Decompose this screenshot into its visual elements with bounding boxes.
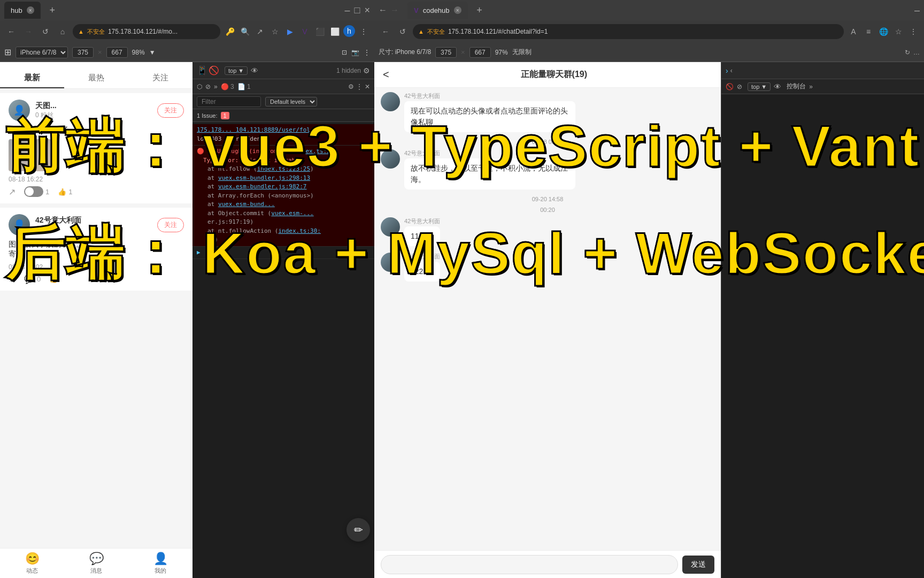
height-input[interactable] <box>106 47 128 58</box>
forward-btn[interactable]: → <box>21 25 35 39</box>
back-btn[interactable]: ← <box>4 25 18 39</box>
chat-input[interactable] <box>381 555 678 574</box>
right-devtools-back-arrow[interactable]: ‹ <box>730 67 733 74</box>
left-tab-close[interactable]: × <box>27 6 34 14</box>
right-reader-icon[interactable]: ≡ <box>862 25 875 38</box>
ext3-icon[interactable]: ⬛ <box>313 25 326 38</box>
right-minimize[interactable]: – <box>914 5 920 16</box>
right-translate-icon[interactable]: 🌐 <box>877 25 890 38</box>
gear-icon[interactable]: ⚙ <box>348 83 354 90</box>
chat-back-btn[interactable]: < <box>383 69 389 81</box>
right-controls-expand[interactable]: » <box>809 83 813 90</box>
tab-follow[interactable]: 关注 <box>128 69 192 88</box>
window-close[interactable]: × <box>364 5 370 16</box>
window-minimize[interactable]: – <box>345 5 350 16</box>
profile-icon[interactable]: h <box>343 25 355 37</box>
home-btn[interactable]: ⌂ <box>56 25 70 39</box>
zoom-icon[interactable]: 🔍 <box>238 25 251 38</box>
tab-hot[interactable]: 最热 <box>64 69 128 88</box>
address-bar[interactable]: ▲ 不安全 175.178.104.121/#/mo... <box>73 24 220 39</box>
window-maximize[interactable]: □ <box>355 5 360 16</box>
ext4-icon[interactable]: ⬜ <box>328 25 341 38</box>
devtools-header: 📱 🚫 top ▼ 👁 1 hidden ⚙ <box>192 62 374 79</box>
devtools-prohibit-icon[interactable]: 🚫 <box>209 65 219 75</box>
error-file-link[interactable]: index.ts:223 <box>295 148 337 155</box>
right-width-input[interactable] <box>435 47 457 58</box>
like-btn-1[interactable]: 👍 1 <box>58 188 72 196</box>
menu-icon[interactable]: ⋮ <box>357 25 370 38</box>
right-refresh[interactable]: ↺ <box>396 25 410 39</box>
close-devtools-icon[interactable]: ✕ <box>365 83 370 90</box>
devtools-options[interactable]: ⋮ <box>364 49 370 56</box>
follow-btn-2[interactable]: 关注 <box>157 218 184 232</box>
network-url[interactable]: 175.178... 104.121:8889/user/fol <box>197 126 310 133</box>
prohibit-icon2[interactable]: ⊘ <box>205 83 211 90</box>
bottom-nav-activity[interactable]: 😊 动态 <box>0 549 64 578</box>
ext1-icon[interactable]: ▶ <box>283 25 296 38</box>
right-tab-close[interactable]: × <box>454 6 461 14</box>
device-select[interactable]: iPhone 6/7/8 <box>16 47 68 58</box>
capture-icon[interactable]: 📷 <box>351 49 359 56</box>
right-back-btn[interactable]: ← <box>379 5 387 15</box>
more-devtools-btn[interactable]: » <box>214 83 218 90</box>
levels-select[interactable]: Default levels <box>265 97 317 107</box>
share-btn-2[interactable]: ↗ <box>9 274 16 284</box>
right-height-input[interactable] <box>469 47 491 58</box>
key-icon[interactable]: 🔑 <box>224 25 236 38</box>
refresh-btn[interactable]: ↺ <box>38 25 52 39</box>
right-back[interactable]: ← <box>379 25 392 39</box>
top-badge[interactable]: top ▼ <box>225 66 248 75</box>
right-font-icon[interactable]: A <box>847 25 860 38</box>
ext2-icon[interactable]: V <box>298 25 311 38</box>
bottom-nav-profile[interactable]: 👤 我的 <box>128 549 192 578</box>
left-tab[interactable]: hub × <box>4 2 41 19</box>
right-inspect-icon[interactable]: ⊘ <box>737 83 742 90</box>
left-url: 175.178.104.121/#/mo... <box>108 28 178 35</box>
share-toolbar-icon[interactable]: ↗ <box>253 25 266 38</box>
devtools-capture-icon[interactable]: 📱 <box>197 65 207 75</box>
responsive-icon[interactable]: ⊡ <box>342 49 347 56</box>
avatar-2: 👤 <box>9 214 30 235</box>
stack-link-6[interactable]: vuex.esm-... <box>271 210 313 217</box>
settings-icon[interactable]: ⚙ <box>363 66 370 75</box>
right-address-bar[interactable]: ▲ 不安全 175.178.104.121/#/chatDetail?id=1 <box>413 24 844 39</box>
right-forward-btn[interactable]: → <box>390 5 399 15</box>
right-new-tab-btn[interactable]: + <box>472 3 487 18</box>
msg-avatar-4 <box>381 253 400 272</box>
visibility-icon[interactable]: 👁 <box>251 66 258 75</box>
devtools-filter-bar: Default levels <box>192 94 374 109</box>
stack-link-3[interactable]: vuex.esm-bundler.js:982:7 <box>218 183 307 190</box>
right-devtools-expand[interactable]: › <box>726 66 728 75</box>
stack-link-2[interactable]: vuex.esm-bundler.js:298:13 <box>218 174 310 181</box>
right-settings-icon[interactable]: ⋮ <box>907 25 920 38</box>
follow-btn-1[interactable]: 关注 <box>157 103 184 118</box>
width-input[interactable] <box>72 47 94 58</box>
zoom-dropdown[interactable]: ▼ <box>149 49 156 56</box>
like-btn-2[interactable]: 👍 <box>49 275 58 283</box>
right-rotate-icon[interactable]: ↻ <box>905 49 910 56</box>
elements-icon[interactable]: ⬡ <box>197 83 202 90</box>
bottom-nav-messages[interactable]: 💬 消息 <box>64 549 128 578</box>
tab-latest[interactable]: 最新 <box>0 69 64 88</box>
toggle-1[interactable] <box>24 186 43 197</box>
comment-btn-2[interactable]: 💬 0 <box>24 274 41 284</box>
right-bookmark-icon[interactable]: ☆ <box>892 25 905 38</box>
right-top-badge[interactable]: top ▼ <box>748 82 771 91</box>
stack-link-8[interactable]: index.ts:30: <box>278 227 320 234</box>
right-clear-icon[interactable]: 🚫 <box>726 83 734 90</box>
stack-link-1[interactable]: index.ts:223:25 <box>257 165 310 172</box>
right-more-icon[interactable]: … <box>913 49 920 56</box>
bookmark-icon[interactable]: ☆ <box>268 25 281 38</box>
toggle-btn-1[interactable]: 1 <box>24 186 49 197</box>
send-btn[interactable]: 发送 <box>682 556 714 574</box>
stack-link-5[interactable]: vuex.esm-bund... <box>218 201 275 208</box>
right-tab[interactable]: V codehub × <box>407 2 468 19</box>
filter-input[interactable] <box>197 96 261 107</box>
share-btn-1[interactable]: ↗ <box>9 187 16 197</box>
toggle-responsive-icon[interactable]: ⊞ <box>4 47 11 57</box>
left-new-tab-btn[interactable]: + <box>45 3 60 18</box>
expand-arrow[interactable]: ▶ <box>197 249 201 256</box>
more-options-icon[interactable]: ⋮ <box>356 83 363 90</box>
post-actions-1: ↗ 1 👍 1 <box>9 186 184 197</box>
right-eye-icon[interactable]: 👁 <box>774 82 781 91</box>
